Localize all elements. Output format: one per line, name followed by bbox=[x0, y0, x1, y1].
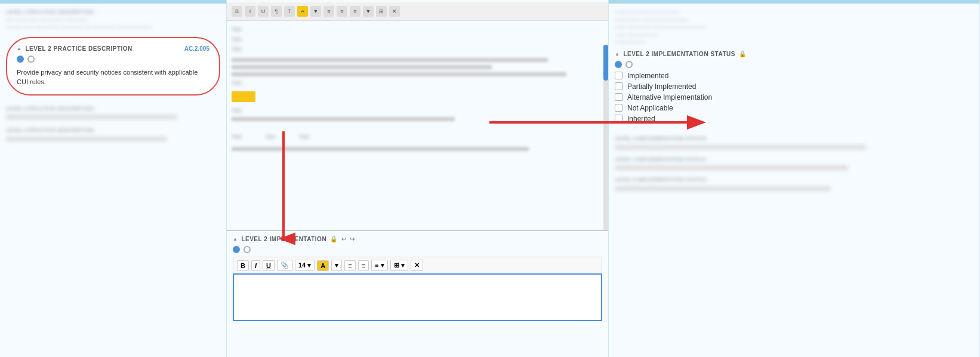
checkbox-implemented-box[interactable] bbox=[615, 72, 622, 79]
editor-blur-1 bbox=[232, 58, 548, 62]
impl-editor-area[interactable] bbox=[233, 273, 602, 321]
editor-blur-4 bbox=[232, 117, 455, 121]
practice-desc-header: ▲ LEVEL 2 PRACTICE DESCRIPTION bbox=[17, 45, 209, 52]
checkbox-alternative: Alternative Implementation bbox=[615, 93, 973, 101]
blurred-level3-right-block bbox=[615, 145, 866, 150]
impl-status-radio-group bbox=[615, 61, 973, 68]
toolbar-btn-ul[interactable]: ≡ bbox=[323, 6, 334, 17]
blurred-top-right: ───────────────── ─────── ──────────── ─… bbox=[615, 8, 973, 46]
toolbar-btn-ol[interactable]: ≡ bbox=[337, 6, 347, 17]
impl-status-radio-filled[interactable] bbox=[615, 61, 622, 68]
middle-panel: B I U ¶ T A ▼ ≡ ≡ ≡ ▼ ⊞ ✕ Text Text Text… bbox=[227, 0, 609, 357]
checkbox-partially: Partially Implemented bbox=[615, 82, 973, 91]
editor-line-2: Text bbox=[232, 36, 603, 44]
editor-line-3: Text bbox=[232, 45, 603, 53]
checkbox-partially-box[interactable] bbox=[615, 82, 622, 90]
checkbox-alternative-label: Alternative Implementation bbox=[627, 93, 712, 101]
impl-chevron-icon: ▲ bbox=[233, 236, 238, 242]
scroll-bar[interactable] bbox=[603, 45, 608, 230]
impl-status-radio-empty[interactable] bbox=[625, 61, 633, 68]
impl-radio-group bbox=[233, 246, 602, 253]
blurred-level5-right-block bbox=[615, 186, 830, 191]
editor-col-1: Text bbox=[232, 133, 242, 141]
left-panel: LEVEL 2 PRACTICE DESCRIPTION ── ─ ── ── … bbox=[0, 0, 227, 357]
editor-col-3: Text bbox=[299, 133, 309, 141]
blurred-level4-right: LEVEL 4 IMPLEMENTATION STATUS bbox=[615, 156, 973, 164]
checkbox-inherited-box[interactable] bbox=[615, 115, 622, 122]
impl-status-chevron: ▲ bbox=[615, 51, 620, 57]
checkbox-not-applicable: Not Applicable bbox=[615, 104, 973, 112]
highlight-mark bbox=[232, 91, 255, 102]
toolbar-btn-highlight[interactable]: A bbox=[297, 6, 308, 17]
toolbar-btn-u[interactable]: U bbox=[258, 6, 269, 17]
impl-btn-table[interactable]: ⊞ ▾ bbox=[390, 260, 408, 271]
impl-btn-u[interactable]: U bbox=[263, 260, 275, 271]
blurred-level3-block bbox=[6, 115, 177, 119]
blurred-level3-right: LEVEL 3 IMPLEMENTATION STATUS bbox=[615, 135, 973, 143]
toolbar-btn-p[interactable]: ¶ bbox=[271, 6, 282, 17]
impl-editor-toolbar: B I U 📎 14 ▾ A ▾ ≡ ≡ ≡ ▾ ⊞ ▾ ✕ bbox=[233, 257, 602, 273]
practice-desc-label: LEVEL 2 PRACTICE DESCRIPTION bbox=[25, 45, 132, 52]
toolbar-btn-align[interactable]: ≡ bbox=[350, 6, 360, 17]
impl-btn-align[interactable]: ≡ ▾ bbox=[371, 260, 387, 271]
toolbar-btn-dropdown1[interactable]: ▼ bbox=[310, 6, 321, 17]
toolbar-btn-clear[interactable]: ✕ bbox=[389, 6, 400, 17]
checkbox-implemented: Implemented bbox=[615, 72, 973, 80]
practice-id-link[interactable]: AC.2.005 bbox=[184, 45, 209, 52]
impl-btn-clip[interactable]: 📎 bbox=[277, 260, 292, 271]
editor-line-blurred: Text bbox=[232, 107, 603, 115]
editor-blur-5 bbox=[232, 147, 529, 151]
right-panel-header-bar bbox=[609, 0, 979, 4]
toolbar-btn-i[interactable]: I bbox=[245, 6, 255, 17]
undo-icon[interactable]: ↩ bbox=[341, 236, 347, 242]
editor-col-2: Text bbox=[266, 133, 276, 141]
toolbar-btn-table[interactable]: ⊞ bbox=[376, 6, 387, 17]
redo-icon[interactable]: ↪ bbox=[350, 236, 355, 242]
blurred-level4-block bbox=[6, 137, 167, 141]
impl-section-header: ▲ LEVEL 2 IMPLEMENTATION 🔒 ↩ ↪ bbox=[233, 236, 602, 242]
editor-text-field: Text bbox=[232, 79, 603, 87]
blurred-level3-label: LEVEL 3 PRACTICE DESCRIPTION bbox=[6, 105, 220, 113]
radio-empty-icon[interactable] bbox=[27, 56, 35, 63]
left-panel-header-bar bbox=[0, 0, 226, 4]
checkbox-inherited-label: Inherited bbox=[627, 115, 655, 123]
toolbar-btn-t[interactable]: T bbox=[284, 6, 295, 17]
impl-btn-color-dd[interactable]: ▾ bbox=[331, 260, 342, 271]
checkbox-inherited: Inherited bbox=[615, 115, 973, 123]
impl-btn-size[interactable]: 14 ▾ bbox=[295, 260, 315, 271]
checkbox-partially-label: Partially Implemented bbox=[627, 82, 696, 91]
checkbox-not-applicable-box[interactable] bbox=[615, 104, 622, 112]
blurred-top-left: LEVEL 2 PRACTICE DESCRIPTION ── ─ ── ── … bbox=[6, 8, 220, 31]
editor-line-1: Text bbox=[232, 26, 603, 33]
chevron-icon: ▲ bbox=[17, 46, 21, 51]
impl-radio-empty[interactable] bbox=[244, 246, 251, 253]
impl-status-header: ▲ LEVEL 2 IMPLEMENTATION STATUS 🔒 bbox=[615, 51, 973, 57]
impl-btn-b[interactable]: B bbox=[237, 260, 249, 271]
impl-status-label: LEVEL 2 IMPLEMENTATION STATUS bbox=[623, 51, 735, 57]
editor-toolbar: B I U ¶ T A ▼ ≡ ≡ ≡ ▼ ⊞ ✕ bbox=[227, 2, 608, 21]
impl-btn-color[interactable]: A bbox=[317, 260, 329, 271]
practice-description-box: ▲ LEVEL 2 PRACTICE DESCRIPTION AC.2.005 … bbox=[6, 37, 220, 96]
blurred-level4-label: LEVEL 4 PRACTICE DESCRIPTION bbox=[6, 127, 220, 134]
blurred-level5-right: LEVEL 5 IMPLEMENTATION STATUS bbox=[615, 176, 973, 184]
scroll-thumb[interactable] bbox=[603, 45, 608, 81]
impl-radio-filled[interactable] bbox=[233, 246, 240, 253]
impl-btn-i[interactable]: I bbox=[251, 260, 260, 271]
radio-filled-icon[interactable] bbox=[17, 56, 24, 63]
blurred-level4-right-block bbox=[615, 165, 848, 170]
impl-btn-clear[interactable]: ✕ bbox=[411, 260, 423, 271]
checkbox-not-applicable-label: Not Applicable bbox=[627, 104, 673, 112]
impl-btn-ul[interactable]: ≡ bbox=[344, 260, 355, 271]
editor-blur-2 bbox=[232, 65, 492, 69]
checkbox-alternative-box[interactable] bbox=[615, 93, 622, 101]
lock-icon: 🔒 bbox=[330, 236, 338, 242]
toolbar-btn-b[interactable]: B bbox=[232, 6, 242, 17]
level2-impl-section: ▲ LEVEL 2 IMPLEMENTATION 🔒 ↩ ↪ B I U 📎 1… bbox=[227, 230, 608, 326]
toolbar-btn-dropdown2[interactable]: ▼ bbox=[363, 6, 374, 17]
impl-btn-ol[interactable]: ≡ bbox=[358, 260, 369, 271]
practice-radio-group: AC.2.005 bbox=[17, 56, 209, 63]
checkbox-implemented-label: Implemented bbox=[627, 72, 668, 80]
impl-status-section: ▲ LEVEL 2 IMPLEMENTATION STATUS 🔒 Implem… bbox=[615, 51, 973, 123]
editor-content-area[interactable]: Text Text Text Text Text Text Text Text bbox=[227, 21, 608, 230]
impl-status-lock-icon: 🔒 bbox=[739, 51, 747, 57]
